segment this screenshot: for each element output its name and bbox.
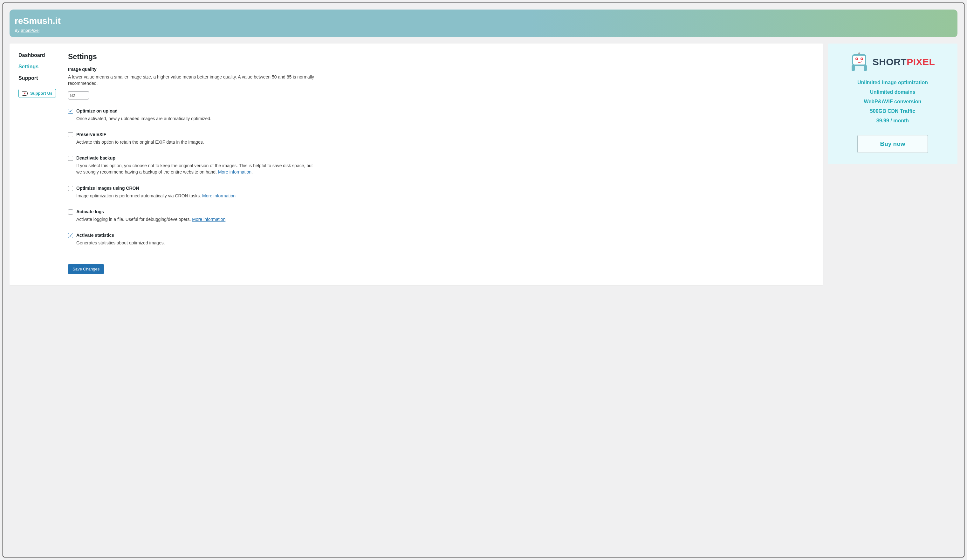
kofi-icon [22, 91, 28, 96]
option-preserve_exif: Preserve EXIFActivate this option to ret… [68, 132, 319, 145]
option-desc: Once activated, newly uploaded images ar… [76, 115, 319, 122]
buy-now-button[interactable]: Buy now [857, 135, 927, 153]
checkbox-deactivate_backup[interactable] [68, 156, 73, 161]
checkbox-logs[interactable] [68, 209, 73, 214]
image-quality-label: Image quality [68, 67, 319, 72]
option-title: Activate logs [76, 209, 319, 214]
save-changes-button[interactable]: Save Changes [68, 264, 104, 274]
option-title: Deactivate backup [76, 155, 319, 160]
option-stats: Activate statisticsGenerates statistics … [68, 233, 319, 246]
more-info-link[interactable]: More information [192, 217, 225, 222]
robot-icon [850, 53, 868, 71]
promo-brand: SHORTPIXEL [873, 56, 935, 68]
main-card: Dashboard Settings Support Support Us Se… [10, 44, 823, 285]
checkbox-stats[interactable] [68, 233, 73, 238]
header-byline: By ShortPixel [15, 28, 952, 33]
promo-feature: Unlimited domains [834, 89, 951, 95]
promo-card: SHORTPIXEL Unlimited image optimizationU… [828, 44, 957, 164]
app-title: reSmush.it [15, 16, 952, 26]
checkbox-cron[interactable] [68, 186, 73, 191]
option-logs: Activate logsActivate logging in a file.… [68, 209, 319, 222]
option-cron: Optimize images using CRONImage optimiza… [68, 186, 319, 199]
byline-link[interactable]: ShortPixel [21, 28, 40, 33]
option-title: Preserve EXIF [76, 132, 319, 137]
promo-feature: WebP&AVIF conversion [834, 99, 951, 105]
more-info-link[interactable]: More information [218, 170, 251, 175]
option-desc: Activate this option to retain the origi… [76, 139, 319, 145]
more-info-link[interactable]: More information [202, 193, 236, 198]
header-banner: reSmush.it By ShortPixel [10, 10, 957, 37]
option-deactivate_backup: Deactivate backupIf you select this opti… [68, 155, 319, 175]
option-desc: Image optimization is performed automati… [76, 193, 319, 199]
promo-logo: SHORTPIXEL [834, 53, 951, 71]
support-us-button[interactable]: Support Us [18, 89, 56, 98]
option-desc: Generates statistics about optimized ima… [76, 240, 319, 246]
option-desc: If you select this option, you choose no… [76, 162, 319, 175]
option-title: Optimize on upload [76, 109, 319, 114]
promo-feature: $9.99 / month [834, 118, 951, 124]
sidebar-nav: Dashboard Settings Support Support Us [18, 53, 68, 274]
promo-feature: Unlimited image optimization [834, 80, 951, 86]
settings-content: Settings Image quality A lower value mea… [68, 53, 319, 274]
page-title: Settings [68, 53, 319, 61]
option-desc: Activate logging in a file. Useful for d… [76, 216, 319, 222]
image-quality-input[interactable] [68, 91, 89, 99]
nav-item-support[interactable]: Support [18, 75, 68, 81]
option-optimize_upload: Optimize on uploadOnce activated, newly … [68, 109, 319, 122]
promo-feature: 500GB CDN Traffic [834, 109, 951, 114]
nav-item-settings[interactable]: Settings [18, 64, 68, 69]
checkbox-optimize_upload[interactable] [68, 109, 73, 114]
option-title: Activate statistics [76, 233, 319, 238]
image-quality-desc: A lower value means a smaller image size… [68, 74, 319, 87]
checkbox-preserve_exif[interactable] [68, 132, 73, 137]
option-title: Optimize images using CRON [76, 186, 319, 191]
nav-item-dashboard[interactable]: Dashboard [18, 53, 68, 58]
